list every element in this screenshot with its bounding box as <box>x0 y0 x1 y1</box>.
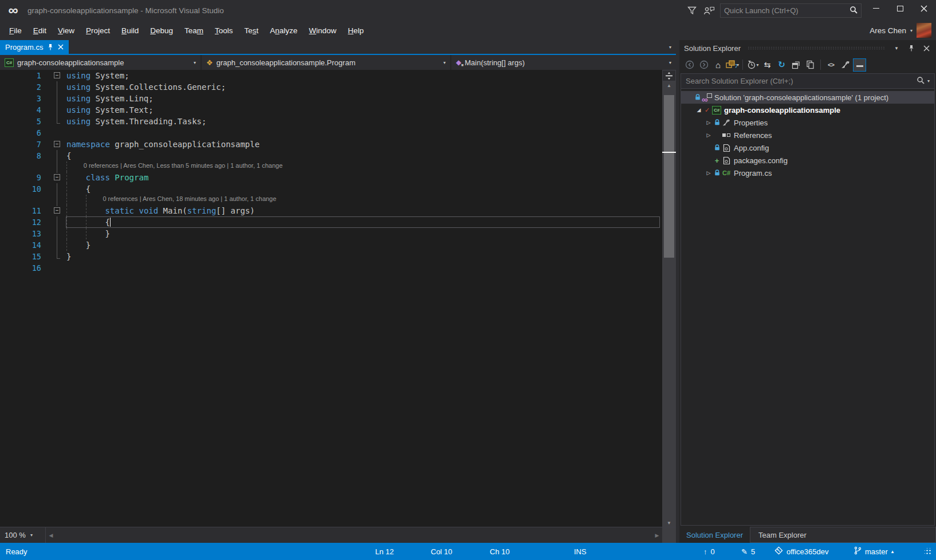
tab-well-dropdown-icon[interactable]: ▾ <box>669 45 671 50</box>
tree-item-graph-consoleapplicationsample[interactable]: ◢✓C#graph-consoleapplicationsample <box>681 104 934 116</box>
menu-analyze[interactable]: Analyze <box>264 24 303 37</box>
menu-edit[interactable]: Edit <box>27 24 52 37</box>
code-editor[interactable]: 1−using System;2using System.Collections… <box>0 70 662 527</box>
outline-margin[interactable]: − <box>48 139 66 150</box>
zoom-level-dropdown[interactable]: 100 % ▾ <box>0 527 46 543</box>
menu-file[interactable]: File <box>3 24 27 37</box>
code-line-3[interactable]: 3using System.Linq; <box>0 93 662 104</box>
code-line-16[interactable]: 16 <box>0 262 662 274</box>
collapse-region-icon[interactable]: − <box>54 207 60 214</box>
codelens-indicator[interactable]: 0 references | Ares Chen, Less than 5 mi… <box>0 161 662 172</box>
collapse-region-icon[interactable]: − <box>54 174 60 180</box>
menu-tools[interactable]: Tools <box>209 24 239 37</box>
search-options-caret-icon[interactable]: ▾ <box>927 78 930 84</box>
repository-indicator[interactable]: office365dev <box>774 543 829 560</box>
close-tab-icon[interactable] <box>58 44 64 50</box>
show-all-files-button[interactable] <box>804 58 817 72</box>
outline-margin[interactable]: − <box>48 205 66 216</box>
branch-indicator[interactable]: master ▴ <box>854 543 894 560</box>
maximize-button[interactable] <box>888 0 912 17</box>
tree-item-app-config[interactable]: App.config <box>681 141 934 154</box>
tree-item-packages-config[interactable]: +packages.config <box>681 154 934 167</box>
feedback-funnel-icon[interactable] <box>683 3 701 18</box>
code-line-1[interactable]: 1−using System; <box>0 70 662 81</box>
tree-item-program-cs[interactable]: ▷C#Program.cs <box>681 167 934 179</box>
collapse-region-icon[interactable]: − <box>54 72 60 78</box>
code-text[interactable]: using System.Collections.Generic; <box>66 81 226 93</box>
feedback-person-icon[interactable] <box>701 3 718 18</box>
back-button[interactable] <box>683 58 696 72</box>
code-line-9[interactable]: 9− class Program <box>0 172 662 183</box>
codelens-indicator[interactable]: 0 references | Ares Chen, 18 minutes ago… <box>0 195 662 205</box>
code-line-13[interactable]: 13 } <box>0 228 662 239</box>
solution-search-input[interactable]: Search Solution Explorer (Ctrl+;) ▾ <box>681 74 934 89</box>
pin-icon[interactable] <box>48 44 53 50</box>
menu-debug[interactable]: Debug <box>144 24 179 37</box>
preview-selected-items-button[interactable] <box>853 58 866 72</box>
navbar-type-dropdown[interactable]: ❖ graph_consoleapplicationsample.Program… <box>202 55 451 70</box>
properties-button[interactable] <box>839 58 852 72</box>
horizontal-scrollbar-track[interactable] <box>56 527 652 543</box>
code-line-6[interactable]: 6 <box>0 127 662 139</box>
scroll-right-icon[interactable]: ▶ <box>652 527 662 543</box>
navbar-project-dropdown[interactable]: C# graph-consoleapplicationsample ▾ <box>0 55 202 70</box>
quick-launch-input[interactable]: Quick Launch (Ctrl+Q) <box>720 3 862 18</box>
code-line-10[interactable]: 10 { <box>0 183 662 195</box>
code-text[interactable]: } <box>66 228 110 239</box>
code-text[interactable]: using System.Text; <box>66 104 154 116</box>
outline-margin[interactable]: − <box>48 172 66 183</box>
collapse-region-icon[interactable]: − <box>54 141 60 147</box>
code-text[interactable]: using System.Threading.Tasks; <box>66 116 206 127</box>
pin-icon[interactable] <box>906 45 917 52</box>
tab-solution-explorer[interactable]: Solution Explorer <box>679 527 750 543</box>
search-icon[interactable] <box>917 76 925 86</box>
expanded-arrow-icon[interactable]: ◢ <box>694 107 703 113</box>
collapse-all-button[interactable] <box>789 58 803 72</box>
code-line-14[interactable]: 14 } <box>0 239 662 251</box>
code-text[interactable]: static void Main(string[] args) <box>66 205 255 216</box>
menu-view[interactable]: View <box>52 24 80 37</box>
code-line-4[interactable]: 4using System.Text; <box>0 104 662 116</box>
user-dropdown-caret-icon[interactable]: ▾ <box>910 28 913 33</box>
code-text[interactable]: { <box>66 150 71 161</box>
code-text[interactable]: using System; <box>66 70 129 81</box>
menu-project[interactable]: Project <box>80 24 116 37</box>
resize-grip[interactable] <box>925 543 931 560</box>
editor-vertical-scrollbar[interactable]: ▲ ▼ <box>662 70 676 527</box>
code-line-15[interactable]: 15} <box>0 251 662 262</box>
code-text[interactable]: namespace graph_consoleapplicationsample <box>66 139 259 150</box>
code-text[interactable]: using System.Linq; <box>66 93 154 104</box>
scrollbar-thumb[interactable] <box>664 95 674 258</box>
scroll-up-icon[interactable]: ▲ <box>662 81 676 89</box>
scrollbar-track[interactable] <box>662 89 676 519</box>
refresh-button[interactable]: ↻ <box>775 58 788 72</box>
pending-edits-indicator[interactable]: ✎ 5 <box>741 543 755 560</box>
code-line-5[interactable]: 5using System.Threading.Tasks; <box>0 116 662 127</box>
tree-item-references[interactable]: ▷References <box>681 129 934 141</box>
code-line-12[interactable]: 12 { <box>0 216 662 228</box>
sync-with-active-document-button[interactable]: ⇆ <box>761 58 774 72</box>
signed-in-user[interactable]: Ares Chen <box>870 26 906 35</box>
collapsed-arrow-icon[interactable]: ▷ <box>704 170 713 176</box>
outline-margin[interactable]: − <box>48 70 66 81</box>
menu-team[interactable]: Team <box>179 24 209 37</box>
menu-help[interactable]: Help <box>342 24 369 37</box>
code-line-2[interactable]: 2using System.Collections.Generic; <box>0 81 662 93</box>
forward-button[interactable] <box>697 58 710 72</box>
pending-changes-filter-button[interactable]: ▾ <box>746 58 760 72</box>
close-button[interactable] <box>912 0 936 17</box>
code-text[interactable]: } <box>66 239 91 251</box>
codelens-text[interactable]: 0 references | Ares Chen, Less than 5 mi… <box>84 162 283 169</box>
collapsed-arrow-icon[interactable]: ▷ <box>704 120 713 125</box>
menu-build[interactable]: Build <box>116 24 144 37</box>
scroll-left-icon[interactable]: ◀ <box>46 527 56 543</box>
code-text[interactable]: class Program <box>66 172 148 183</box>
user-avatar[interactable] <box>917 23 931 38</box>
collapsed-arrow-icon[interactable]: ▷ <box>704 132 713 138</box>
window-position-dropdown-icon[interactable]: ▾ <box>891 45 902 51</box>
code-text[interactable]: } <box>66 251 71 262</box>
code-line-7[interactable]: 7−namespace graph_consoleapplicationsamp… <box>0 139 662 150</box>
tree-item-solution-graph-consoleapplicationsample-[interactable]: ∞Solution 'graph-consoleapplicationsampl… <box>681 91 934 104</box>
navbar-member-dropdown[interactable]: ◆■ Main(string[] args) ▾ <box>451 55 676 70</box>
tab-team-explorer[interactable]: Team Explorer <box>750 527 936 543</box>
